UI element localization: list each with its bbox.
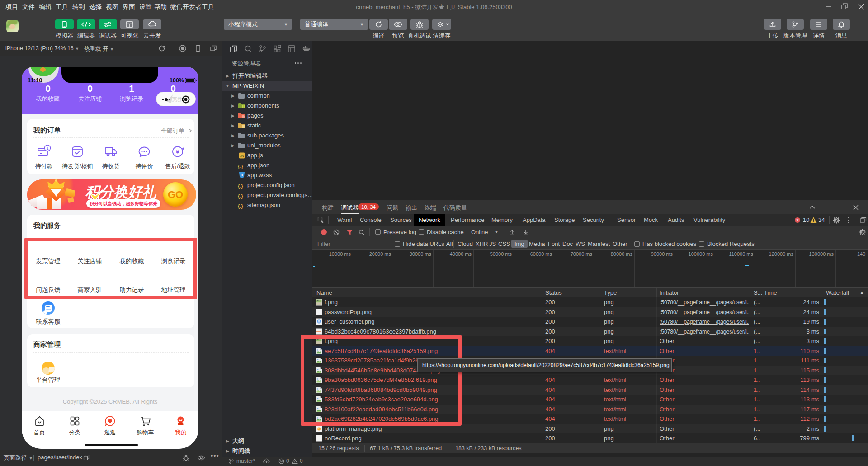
svg-text:JS: JS <box>240 154 244 158</box>
svg-text:¥: ¥ <box>175 148 179 155</box>
svg-text:1: 1 <box>46 146 48 151</box>
svg-text:3: 3 <box>241 173 243 177</box>
